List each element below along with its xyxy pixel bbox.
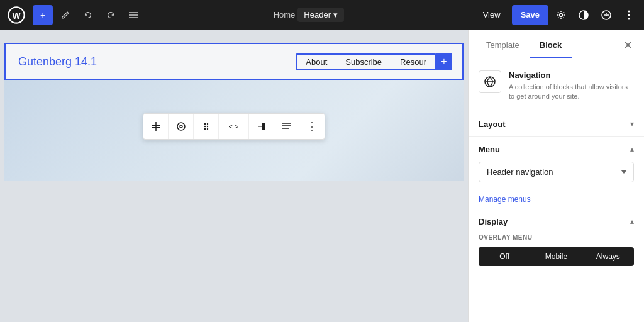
menu-select-container: Header navigation (469, 162, 644, 190)
nav-item-about[interactable]: About (297, 55, 336, 69)
toolbar-more-button[interactable]: ⋮ (299, 114, 325, 139)
list-view-button[interactable] (123, 5, 143, 25)
navigation-icon (484, 75, 496, 88)
breadcrumb-chip[interactable]: Header ▾ (297, 8, 344, 22)
nav-item-subscribe[interactable]: Subscribe (336, 55, 391, 69)
center-align-icon (151, 121, 161, 131)
wp-logo-icon: W (8, 6, 25, 24)
menu-section-header[interactable]: Menu ▴ (469, 137, 644, 162)
layout-section-header[interactable]: Layout ▾ (469, 112, 644, 136)
toolbar-align-right-button[interactable] (249, 114, 274, 139)
svg-point-10 (628, 10, 630, 12)
navigation-block-icon (479, 70, 501, 93)
breadcrumb-arrow-icon: ▾ (333, 10, 338, 19)
manage-menus-link[interactable]: Manage menus (469, 190, 644, 209)
layout-section-arrow-icon: ▾ (630, 119, 634, 128)
overlay-menu-toggle: Off Mobile Always (479, 247, 634, 266)
sidebar-tabs: Template Block ✕ (469, 30, 644, 60)
site-title: Gutenberg 14.1 (18, 55, 97, 69)
drag-icon (203, 121, 210, 131)
edit-icon (61, 11, 70, 19)
toggle-off-button[interactable]: Off (479, 247, 530, 266)
breadcrumb-home: Home (274, 10, 296, 19)
menu-select[interactable]: Header navigation (479, 162, 634, 182)
main-area: < > ⋮ Gutenberg 1 (0, 30, 644, 322)
menu-section-title: Menu (479, 145, 500, 154)
toolbar-drag-button[interactable] (194, 114, 219, 139)
block-title: Navigation (509, 70, 634, 80)
toolbar-center-button[interactable] (143, 114, 169, 139)
svg-point-18 (204, 123, 205, 125)
svg-point-19 (206, 123, 208, 125)
overlay-menu-label: OVERLAY MENU (469, 234, 644, 241)
style-icon (579, 10, 589, 20)
display-section-header[interactable]: Display ▴ (469, 209, 644, 234)
undo-button[interactable] (78, 5, 98, 25)
block-description: Navigation A collection of blocks that a… (509, 70, 634, 102)
topbar-right: View Save (474, 5, 639, 25)
svg-point-22 (204, 128, 205, 130)
topbar: W + Home Header ▾ View Sa (0, 0, 644, 30)
display-section: Display ▴ OVERLAY MENU Off Mobile Always (469, 209, 644, 276)
navigation-block: About Subscribe Resour (296, 53, 436, 70)
tab-block[interactable]: Block (530, 33, 572, 58)
nav-add-button[interactable]: + (436, 53, 452, 70)
svg-text:W: W (12, 10, 21, 20)
nav-item-resources[interactable]: Resour (391, 55, 435, 69)
toolbar-align-text-button[interactable] (274, 114, 299, 139)
redo-button[interactable] (101, 5, 121, 25)
block-desc: A collection of blocks that allow visito… (509, 82, 634, 102)
menu-section-arrow-icon: ▴ (630, 145, 634, 153)
settings-icon (556, 10, 566, 20)
more-options-button[interactable] (619, 5, 639, 25)
sidebar-close-button[interactable]: ✕ (619, 36, 636, 54)
settings-button[interactable] (551, 5, 571, 25)
save-button[interactable]: Save (512, 5, 548, 25)
canvas: < > ⋮ Gutenberg 1 (0, 30, 468, 322)
style-button[interactable] (574, 5, 594, 25)
svg-point-16 (177, 123, 185, 130)
help-icon (601, 10, 611, 20)
block-info: Navigation A collection of blocks that a… (469, 60, 644, 112)
tab-template[interactable]: Template (476, 33, 530, 58)
sidebar: Template Block ✕ Navigation A collection… (468, 30, 644, 322)
list-view-icon (129, 11, 138, 19)
breadcrumb-current: Header (304, 10, 331, 19)
svg-point-23 (206, 128, 208, 130)
display-section-title: Display (479, 217, 508, 226)
redo-icon (106, 11, 115, 19)
svg-point-11 (628, 14, 630, 16)
svg-point-20 (204, 126, 205, 127)
svg-point-12 (628, 18, 630, 19)
align-text-icon (282, 122, 292, 131)
undo-icon (84, 11, 92, 19)
help-button[interactable] (596, 5, 616, 25)
edit-button[interactable] (55, 5, 75, 25)
display-section-arrow-icon: ▴ (630, 217, 634, 226)
block-toolbar: < > ⋮ (143, 113, 325, 140)
more-options-icon (628, 10, 630, 20)
svg-point-5 (560, 13, 563, 16)
toggle-always-button[interactable]: Always (582, 247, 634, 266)
target-icon (176, 121, 186, 131)
header-block: Gutenberg 14.1 About Subscribe Resour + (4, 43, 464, 80)
layout-section-title: Layout (479, 119, 506, 129)
add-block-button[interactable]: + (33, 5, 53, 25)
menu-section: Menu ▴ Header navigation Manage menus (469, 136, 644, 209)
svg-point-21 (206, 126, 208, 127)
wp-logo: W (5, 4, 28, 26)
align-right-icon (257, 121, 267, 131)
svg-point-17 (180, 125, 182, 128)
toolbar-target-button[interactable] (169, 114, 194, 139)
view-button[interactable]: View (474, 5, 509, 25)
breadcrumb: Home Header ▾ (146, 8, 472, 22)
toggle-mobile-button[interactable]: Mobile (530, 247, 582, 266)
toolbar-code-button[interactable]: < > (219, 114, 249, 139)
